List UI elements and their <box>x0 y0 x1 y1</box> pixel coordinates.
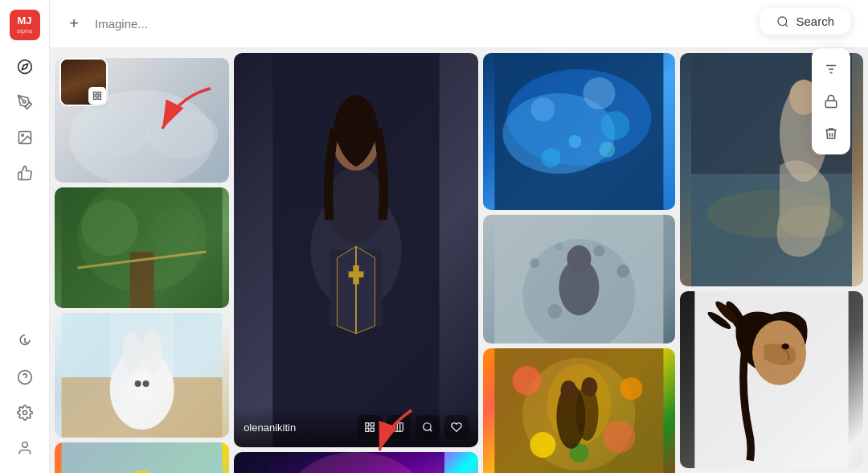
svg-rect-50 <box>366 423 369 426</box>
svg-point-79 <box>548 304 563 319</box>
warrior-action-expand[interactable] <box>387 415 411 439</box>
avatar-thumbnail <box>59 58 108 106</box>
svg-point-36 <box>143 380 149 387</box>
svg-rect-18 <box>98 97 101 100</box>
svg-point-76 <box>617 265 630 278</box>
list-item[interactable]: olenanikitin <box>234 53 478 447</box>
svg-point-21 <box>146 110 219 158</box>
list-item[interactable] <box>483 215 675 343</box>
svg-point-57 <box>424 423 431 430</box>
list-item[interactable] <box>55 442 229 473</box>
svg-point-77 <box>555 243 563 251</box>
topbar: + <box>50 0 868 48</box>
avatar-edit-button[interactable] <box>88 87 106 105</box>
svg-rect-53 <box>371 428 374 431</box>
svg-point-4 <box>21 134 23 137</box>
svg-point-43 <box>326 167 386 242</box>
svg-point-67 <box>601 111 630 140</box>
svg-point-65 <box>583 77 616 109</box>
svg-point-75 <box>530 258 540 268</box>
app-logo[interactable]: MJ alpha <box>10 10 40 40</box>
svg-point-0 <box>18 60 31 74</box>
svg-point-45 <box>346 138 354 146</box>
svg-rect-49 <box>349 271 364 278</box>
svg-point-25 <box>82 199 138 256</box>
svg-point-86 <box>604 421 636 453</box>
warrior-action-like[interactable] <box>444 415 469 439</box>
svg-point-46 <box>358 138 366 146</box>
dropdown-trash-btn[interactable] <box>817 119 845 148</box>
svg-point-66 <box>531 97 555 121</box>
svg-point-68 <box>569 135 582 148</box>
main-content: + <box>50 0 868 473</box>
svg-point-35 <box>135 380 141 387</box>
svg-point-78 <box>594 245 605 257</box>
svg-point-91 <box>582 377 598 397</box>
svg-point-90 <box>561 380 577 400</box>
dropdown-lock-btn[interactable] <box>817 87 845 116</box>
sidebar-item-like[interactable] <box>10 158 40 188</box>
sidebar-item-gallery[interactable] <box>10 122 40 153</box>
svg-point-70 <box>600 142 616 158</box>
list-item[interactable] <box>483 348 675 473</box>
search-button[interactable]: Search <box>760 8 850 35</box>
svg-point-26 <box>150 208 199 256</box>
svg-point-103 <box>781 343 789 350</box>
dropdown-filter-btn[interactable] <box>817 55 845 84</box>
sidebar-item-brush[interactable] <box>10 87 40 117</box>
content-area: olenanikitin <box>50 48 868 473</box>
logo-text: MJ <box>17 15 31 27</box>
image-grid: olenanikitin <box>50 48 868 473</box>
svg-rect-51 <box>371 423 374 426</box>
svg-point-85 <box>530 432 556 458</box>
search-icon <box>776 15 789 28</box>
svg-marker-1 <box>22 64 27 69</box>
list-item[interactable] <box>55 313 229 438</box>
svg-rect-52 <box>366 428 369 431</box>
svg-point-33 <box>142 329 162 374</box>
logo-sub: alpha <box>17 27 33 35</box>
filter-dropdown <box>812 48 850 154</box>
sidebar-item-toy[interactable] <box>10 327 40 357</box>
svg-rect-15 <box>94 93 97 96</box>
svg-point-13 <box>78 73 83 79</box>
svg-rect-17 <box>94 97 97 100</box>
svg-point-7 <box>23 411 27 415</box>
svg-point-84 <box>620 377 643 400</box>
svg-rect-16 <box>98 93 101 96</box>
search-label: Search <box>796 14 834 28</box>
svg-point-34 <box>126 369 158 401</box>
list-item[interactable] <box>234 452 478 473</box>
svg-point-8 <box>22 442 27 448</box>
list-item[interactable] <box>680 291 863 468</box>
grid-col-3 <box>483 53 675 468</box>
grid-col-2: olenanikitin <box>234 53 478 468</box>
sidebar-item-settings[interactable] <box>10 397 40 428</box>
warrior-action-grid[interactable] <box>358 415 382 439</box>
svg-rect-111 <box>825 101 837 107</box>
list-item[interactable] <box>55 187 229 308</box>
svg-point-69 <box>542 148 561 167</box>
grid-col-1 <box>55 53 229 468</box>
svg-point-74 <box>567 245 592 273</box>
sidebar-item-help[interactable] <box>10 362 40 393</box>
svg-rect-54 <box>395 423 403 432</box>
sidebar-item-profile[interactable] <box>10 433 40 463</box>
svg-line-107 <box>786 24 788 27</box>
svg-point-83 <box>513 366 542 395</box>
sidebar-item-compass[interactable] <box>10 51 40 82</box>
warrior-card-overlay: olenanikitin <box>234 407 478 447</box>
create-button[interactable]: + <box>63 13 85 35</box>
imagine-input[interactable] <box>95 17 817 31</box>
warrior-action-search[interactable] <box>416 415 440 439</box>
svg-point-2 <box>23 101 25 103</box>
svg-point-20 <box>70 102 150 158</box>
svg-line-58 <box>430 430 432 432</box>
list-item[interactable] <box>483 53 675 210</box>
warrior-actions <box>358 415 469 439</box>
warrior-username: olenanikitin <box>244 422 296 434</box>
svg-point-14 <box>85 73 90 79</box>
svg-point-32 <box>123 331 142 376</box>
sidebar: MJ alpha <box>0 0 50 473</box>
svg-rect-37 <box>62 442 223 473</box>
